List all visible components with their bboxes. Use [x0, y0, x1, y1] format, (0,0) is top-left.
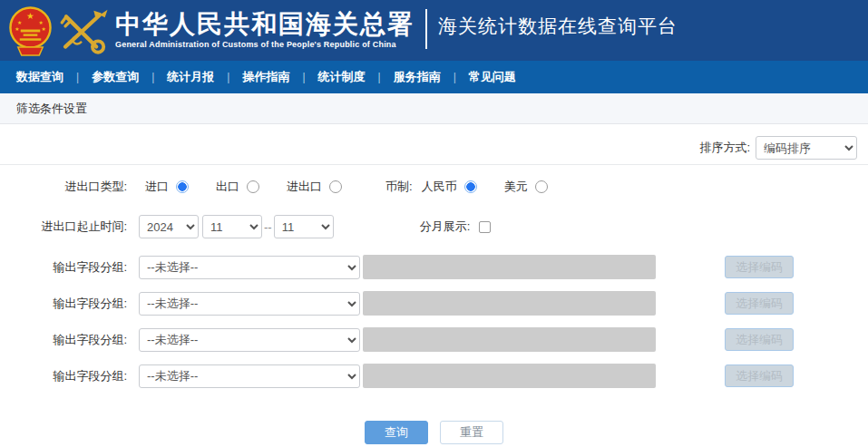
content-divider [0, 164, 868, 165]
monthly-display-group: 分月展示: [420, 219, 492, 235]
trade-type-radio-group: 进口 出口 进出口 [145, 179, 369, 195]
sort-row: 排序方式: 编码排序 [0, 136, 868, 160]
nav-separator: | [454, 71, 456, 83]
selected-codes-input-4 [363, 364, 656, 388]
nav-item-statistics-system[interactable]: 统计制度 [318, 69, 366, 85]
output-group-row-2: 输出字段分组: --未选择-- 选择编码 [0, 291, 868, 316]
select-code-button-1[interactable]: 选择编码 [725, 256, 794, 278]
svg-text:★: ★ [42, 26, 46, 32]
svg-text:★: ★ [17, 20, 22, 25]
output-group-label: 输出字段分组: [0, 332, 127, 348]
filter-form: 排序方式: 编码排序 进出口类型: 进口 出口 进出口 币制: 人民币 [0, 136, 868, 444]
nav-item-monthly-report[interactable]: 统计月报 [167, 69, 214, 85]
start-month-select[interactable]: 11 [202, 215, 262, 238]
selected-codes-input-3 [363, 327, 656, 352]
select-code-button-3[interactable]: 选择编码 [725, 328, 794, 351]
nav-separator: | [302, 71, 305, 83]
output-group-select-3[interactable]: --未选择-- [139, 328, 360, 352]
radio-icon [464, 180, 477, 193]
output-group-select-1[interactable]: --未选择-- [139, 256, 360, 279]
radio-option-import[interactable]: 进口 [145, 179, 189, 195]
output-group-label: 输出字段分组: [0, 296, 127, 312]
currency-radio-group: 币制: 人民币 美元 [385, 179, 575, 195]
sort-label: 排序方式: [699, 140, 750, 156]
nav-separator: | [151, 71, 154, 83]
actions-row: 查询 重置 [0, 421, 868, 444]
end-month-select[interactable]: 11 [274, 215, 334, 238]
customs-key-caduceus-icon [56, 6, 109, 60]
date-range-separator: -- [264, 220, 272, 234]
national-emblem-icon: ★ ★ ★ ★ ★ [9, 5, 52, 60]
date-range-selects: 2024 11 -- 11 [139, 215, 334, 238]
radio-option-usd[interactable]: 美元 [504, 179, 548, 195]
date-range-label: 进出口起止时间: [0, 219, 127, 235]
date-range-row: 进出口起止时间: 2024 11 -- 11 分月展示: [0, 215, 868, 238]
nav-item-faq[interactable]: 常见问题 [469, 69, 516, 85]
trade-type-row: 进出口类型: 进口 出口 进出口 币制: 人民币 美元 [0, 178, 868, 196]
header-divider [425, 9, 427, 49]
radio-icon [535, 180, 548, 193]
radio-icon [329, 180, 342, 193]
org-title-block: 中华人民共和国海关总署 General Administration of Cu… [115, 11, 414, 49]
radio-icon [176, 180, 189, 193]
org-subtitle: General Administration of Customs of the… [115, 40, 414, 49]
selected-codes-input-2 [363, 291, 656, 316]
currency-label: 币制: [385, 179, 413, 195]
monthly-display-label: 分月展示: [420, 219, 471, 235]
nav-item-operation-guide[interactable]: 操作指南 [242, 69, 289, 85]
radio-option-import-export[interactable]: 进出口 [287, 179, 342, 195]
platform-title: 海关统计数据在线查询平台 [438, 14, 678, 39]
header: ★ ★ ★ ★ ★ 中华人民共和国海关总署 [0, 0, 868, 61]
output-group-select-2[interactable]: --未选择-- [139, 292, 360, 316]
output-group-label: 输出字段分组: [0, 368, 127, 384]
sort-select[interactable]: 编码排序 [756, 136, 857, 160]
nav-item-data-query[interactable]: 数据查询 [16, 69, 63, 85]
monthly-display-checkbox[interactable] [479, 221, 491, 233]
radio-icon [247, 180, 259, 193]
section-title: 筛选条件设置 [16, 102, 87, 115]
trade-type-label: 进出口类型: [0, 179, 127, 195]
output-group-row-4: 输出字段分组: --未选择-- 选择编码 [0, 364, 868, 388]
svg-text:★: ★ [15, 26, 19, 32]
output-group-label: 输出字段分组: [0, 259, 127, 276]
nav-item-param-query[interactable]: 参数查询 [92, 69, 139, 85]
output-group-row-1: 输出字段分组: --未选择-- 选择编码 [0, 255, 868, 279]
nav-item-service-guide[interactable]: 服务指南 [394, 69, 441, 85]
nav-separator: | [227, 71, 229, 83]
nav-separator: | [378, 71, 381, 83]
output-group-row-3: 输出字段分组: --未选择-- 选择编码 [0, 327, 868, 352]
svg-text:★: ★ [26, 11, 34, 21]
query-button[interactable]: 查询 [365, 421, 428, 444]
reset-button[interactable]: 重置 [440, 421, 503, 444]
radio-option-export[interactable]: 出口 [216, 179, 259, 195]
select-code-button-2[interactable]: 选择编码 [725, 292, 794, 315]
section-title-bar: 筛选条件设置 [0, 93, 868, 124]
selected-codes-input-1 [363, 255, 656, 279]
radio-option-rmb[interactable]: 人民币 [422, 179, 477, 195]
main-nav: 数据查询 | 参数查询 | 统计月报 | 操作指南 | 统计制度 | 服务指南 … [0, 61, 868, 93]
svg-text:★: ★ [39, 20, 44, 25]
select-code-button-4[interactable]: 选择编码 [725, 364, 794, 387]
output-group-select-4[interactable]: --未选择-- [139, 364, 360, 388]
year-select[interactable]: 2024 [139, 215, 199, 238]
org-title: 中华人民共和国海关总署 [115, 11, 414, 37]
nav-separator: | [76, 71, 79, 83]
